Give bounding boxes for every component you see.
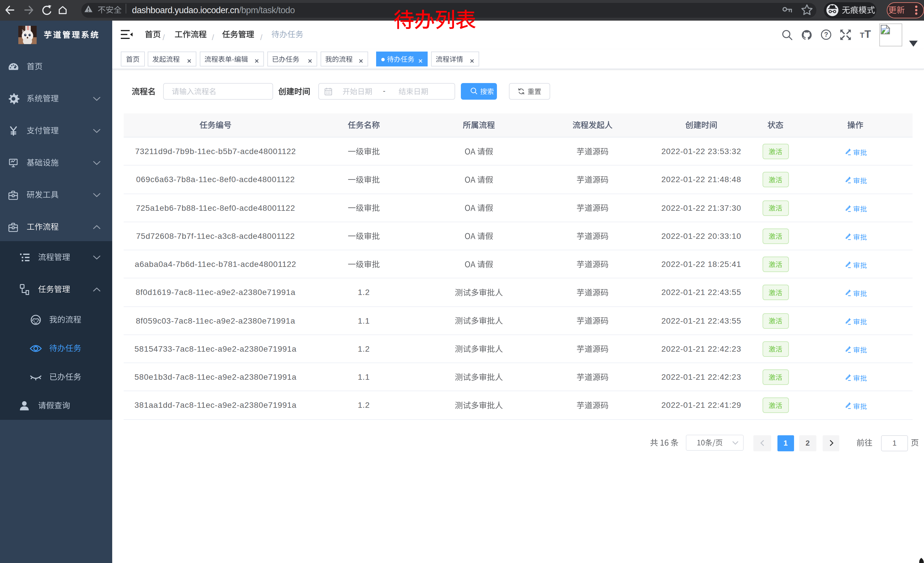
svg-text:T: T <box>860 31 864 39</box>
svg-text:?: ? <box>824 31 828 38</box>
svg-text:T: T <box>864 29 871 40</box>
